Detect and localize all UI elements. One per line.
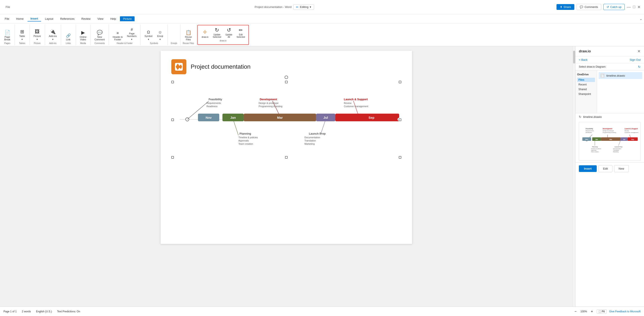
table-icon: ⊞ [20,29,24,34]
link-button[interactable]: 🔗 Link [63,33,74,42]
main-area: Project documentation [0,46,644,307]
status-bar-right: − 100% + ⬚ Fit Give Feedback to Microsof… [573,309,640,314]
tab-help[interactable]: Help [107,16,119,21]
zoom-out-button[interactable]: − [573,309,578,314]
svg-text:Launch & Support: Launch & Support [625,128,638,130]
doc-header: Project documentation [171,59,401,74]
reuse-files-button[interactable]: 📋 ReuseFiles [183,29,194,42]
link-icon: 🔗 [66,34,71,38]
feasibility-item1: Requirements [206,102,221,104]
reuse-files-icon: 📋 [186,30,191,35]
catchup-button[interactable]: ↺ Catch up [603,4,625,10]
svg-text:Marketing: Marketing [613,151,619,153]
scroll-thumb[interactable] [573,51,575,64]
update-selected-button[interactable]: ↻ UpdateSelected [211,26,223,39]
sign-out-link[interactable]: Sign Out [630,58,640,61]
tab-references[interactable]: References [57,16,78,21]
ribbon-group-picture: 🖼 Picture ▾ Picture [30,24,45,45]
nav-recent[interactable]: Recent [577,82,595,87]
tab-view[interactable]: View [94,16,106,21]
svg-text:Development: Development [603,128,612,130]
picture-button[interactable]: 🖼 Picture ▾ [32,28,42,42]
editing-button[interactable]: ✏ Editing ▾ [293,4,314,10]
panel-header: draw.io ✕ [576,46,644,56]
new-comment-button[interactable]: 💬 NewComment [93,29,106,42]
nav-files[interactable]: Files [577,78,595,82]
ribbon-group-tables: ⊞ Table ▾ Tables [15,24,30,45]
refresh-diagrams-icon[interactable]: ↻ [638,65,640,68]
tab-file[interactable]: File [2,16,12,21]
onedrive-nav: OneDrive Files Recent Shared Sharepoint [576,70,597,113]
fit-button[interactable]: ⬚ Fit [597,309,606,314]
minimize-button[interactable]: — [627,5,631,9]
addins-button[interactable]: 🔌 Add-ins ▾ [47,28,58,42]
links-group-label: Links [66,42,71,44]
document-title: Project documentation [191,63,251,70]
update-all-button[interactable]: ↺ UpdateAll [223,26,234,39]
page-break-icon: 📄 [4,30,10,35]
handle-top-mid[interactable] [285,81,288,83]
back-link[interactable]: < Back [579,58,588,61]
handle-top-left[interactable] [171,81,174,83]
page-numbers-button[interactable]: # PageNumbers ▾ [125,27,138,42]
development-month: Mar [277,116,283,119]
online-video-label: OnlineVideo [80,36,87,41]
svg-text:Documentation: Documentation [613,148,622,150]
close-button[interactable]: ✕ [637,5,640,9]
handle-bottom-left[interactable] [171,156,174,159]
handle-bottom-mid[interactable] [285,156,288,159]
chevron-down-icon: ▾ [310,5,311,8]
comments-button[interactable]: 💬 Comments [576,4,601,10]
comments-items: 💬 NewComment [93,25,106,42]
header-footer-items: ≡ Header &Footer # PageNumbers ▾ [111,25,138,42]
edit-selected-button[interactable]: ✏ EditSelected [235,27,247,39]
handle-top-right[interactable] [399,81,401,83]
tab-insert[interactable]: Insert [28,16,41,21]
symbol-button[interactable]: Ω Symbol ▾ [143,29,154,42]
edit-button[interactable]: Edit [598,165,612,172]
online-video-button[interactable]: ▶ OnlineVideo [78,29,88,42]
ribbon-body: 📄 PageBreak Pages ⊞ Table ▾ Tables 🖼 [0,24,644,46]
nav-shared[interactable]: Shared [577,87,595,91]
pages-group-label: Pages [4,42,10,44]
reuse-files-label: ReuseFiles [185,36,192,41]
feasibility-item2: Readiness [206,105,218,108]
doc-name-label: Project documentation - Word [254,5,292,8]
catchup-label: Catch up [610,5,622,8]
status-bar-left: Page 1 of 1 2 words English (U.S.) Text … [4,310,80,313]
reuse-items: 📋 ReuseFiles [183,25,194,42]
maximize-button[interactable]: □ [633,5,635,9]
emoji-button[interactable]: ☺ Emoji ▾ [155,29,165,42]
panel-close-button[interactable]: ✕ [637,49,640,54]
diagram-list-item-timeline[interactable]: 📄 timeline.drawio [599,72,642,79]
handle-bottom-right[interactable] [399,156,401,159]
share-button[interactable]: ⬆ Share [556,4,574,10]
tab-layout[interactable]: Layout [42,16,56,21]
feedback-label[interactable]: Give Feedback to Microsoft [609,310,640,313]
table-button[interactable]: ⊞ Table ▾ [17,28,27,42]
page-break-label: PageBreak [4,36,10,41]
refresh-selected-icon[interactable]: ↻ [579,115,582,119]
picture-label: Picture [34,35,41,37]
new-button[interactable]: New [614,165,629,172]
page-break-button[interactable]: 📄 PageBreak [2,29,12,42]
zoom-in-button[interactable]: + [590,309,594,314]
launch-support-item2: Customer management [344,105,368,108]
drawio-main-button[interactable]: ⟡ draw.io [200,27,211,39]
scroll-track[interactable] [573,46,575,307]
nav-sharepoint[interactable]: Sharepoint [577,92,595,96]
rotate-handle[interactable] [284,76,288,79]
ribbon-group-links: 🔗 Link Links [61,24,76,45]
launch-prep-month: Jul [324,116,328,119]
panel-title: draw.io [579,49,591,53]
insert-button[interactable]: Insert [579,165,597,172]
file-menu[interactable]: File [4,4,12,9]
tab-picture[interactable]: Picture [120,16,134,21]
tab-home[interactable]: Home [13,16,27,21]
ribbon-collapse-icon[interactable]: ⌄ [640,17,642,21]
drawio-main-label: draw.io [202,36,208,38]
symbol-icon: Ω [147,30,150,34]
launch-prep-label: Launch Prep [309,132,326,135]
header-footer-button[interactable]: ≡ Header &Footer [111,30,124,42]
tab-review[interactable]: Review [78,16,94,21]
